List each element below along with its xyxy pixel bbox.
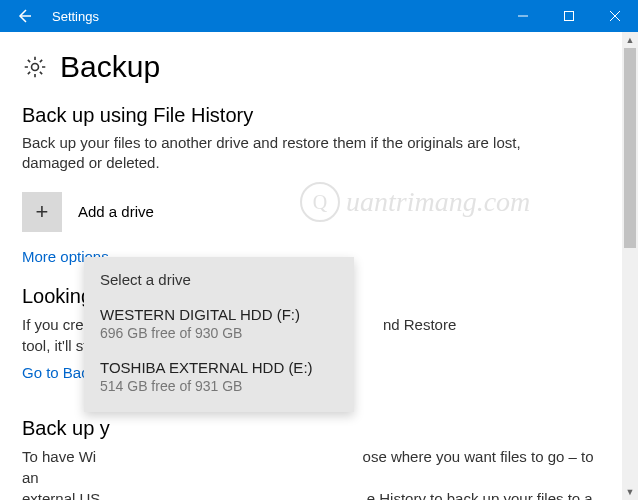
page-title: Backup	[60, 50, 160, 84]
content-area: Backup Back up using File History Back u…	[0, 32, 638, 500]
section-file-history-desc: Back up your files to another drive and …	[22, 133, 582, 174]
add-drive-button[interactable]: +	[22, 192, 62, 232]
add-drive-row: + Add a drive	[22, 192, 610, 232]
titlebar: Settings	[0, 0, 638, 32]
minimize-button[interactable]	[500, 0, 546, 32]
gear-icon	[22, 54, 48, 80]
drive-option[interactable]: WESTERN DIGITAL HDD (F:) 696 GB free of …	[100, 306, 338, 341]
section-backup-title: Back up y	[22, 417, 610, 440]
drive-select-dropdown: Select a drive WESTERN DIGITAL HDD (F:) …	[84, 257, 354, 412]
text-fragment: ose where you want files to go – to an	[22, 448, 594, 486]
section-file-history-title: Back up using File History	[22, 104, 610, 127]
window-title: Settings	[52, 9, 500, 24]
add-drive-label: Add a drive	[78, 203, 154, 220]
svg-point-4	[32, 64, 39, 71]
page-header: Backup	[22, 50, 610, 84]
maximize-icon	[563, 10, 575, 22]
minimize-icon	[517, 10, 529, 22]
close-icon	[609, 10, 621, 22]
drive-name: WESTERN DIGITAL HDD (F:)	[100, 306, 338, 323]
plus-icon: +	[36, 199, 49, 225]
window-controls	[500, 0, 638, 32]
back-button[interactable]	[0, 0, 48, 32]
drive-option[interactable]: TOSHIBA EXTERNAL HDD (E:) 514 GB free of…	[100, 359, 338, 394]
drive-free-space: 514 GB free of 931 GB	[100, 378, 338, 394]
text-fragment: external US	[22, 490, 100, 501]
drive-name: TOSHIBA EXTERNAL HDD (E:)	[100, 359, 338, 376]
svg-rect-1	[565, 12, 574, 21]
dropdown-header: Select a drive	[100, 271, 338, 288]
text-fragment: nd Restore	[383, 316, 456, 333]
drive-free-space: 696 GB free of 930 GB	[100, 325, 338, 341]
text-fragment: To have Wi	[22, 448, 96, 465]
backup-body: To have Wi ose where you want files to g…	[22, 446, 602, 501]
text-fragment: e History to back up your files to a saf…	[22, 490, 593, 501]
arrow-left-icon	[15, 7, 33, 25]
close-button[interactable]	[592, 0, 638, 32]
maximize-button[interactable]	[546, 0, 592, 32]
